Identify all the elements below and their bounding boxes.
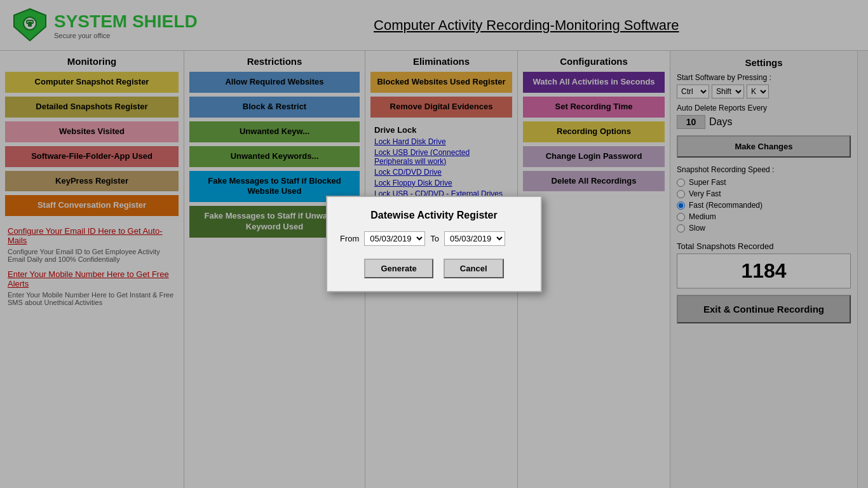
modal-dialog: Datewise Activity Register From 05/03/20…: [326, 196, 542, 292]
cancel-button[interactable]: Cancel: [444, 259, 504, 278]
modal-title: Datewise Activity Register: [340, 210, 528, 221]
modal-overlay: Datewise Activity Register From 05/03/20…: [0, 0, 868, 488]
from-label: From: [340, 234, 359, 243]
generate-button[interactable]: Generate: [364, 259, 433, 278]
to-label: To: [430, 234, 439, 243]
modal-form: From 05/03/2019 To 05/03/2019: [340, 231, 528, 246]
modal-buttons: Generate Cancel: [340, 259, 528, 278]
from-date-select[interactable]: 05/03/2019: [364, 231, 425, 246]
to-date-select[interactable]: 05/03/2019: [444, 231, 505, 246]
